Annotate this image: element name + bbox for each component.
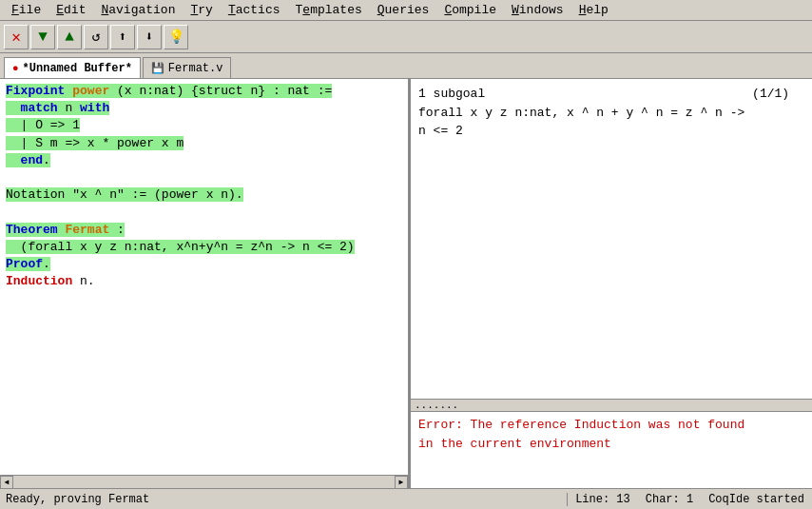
goals-text: forall x y z n:nat, x ^ n + y ^ n = z ^ … (418, 106, 744, 139)
menu-file[interactable]: File (4, 2, 48, 18)
char-value: 1 (686, 493, 693, 506)
statusbar-message: Ready, proving Fermat (0, 493, 568, 506)
tab-unnamed-label: *Unnamed Buffer* (23, 62, 132, 75)
menu-bar: File Edit Navigation Try Tactics Templat… (0, 0, 812, 21)
close-button[interactable]: ✕ (4, 25, 29, 49)
status-bar: Ready, proving Fermat Line: 13 Char: 1 C… (0, 488, 812, 509)
proof-pane: 1 subgoal (1/1) forall x y z n:nat, x ^ … (411, 79, 812, 488)
proof-messages: Error: The reference Induction was not f… (411, 412, 812, 488)
menu-try[interactable]: Try (183, 2, 220, 18)
go-top-button[interactable]: ⬆ (110, 25, 135, 49)
retract-button[interactable]: ↺ (84, 25, 108, 49)
line-value: 13 (616, 493, 629, 506)
editor-scrollbar[interactable]: ◀ ▶ (0, 475, 408, 488)
menu-queries[interactable]: Queries (370, 2, 437, 18)
menu-compile[interactable]: Compile (436, 2, 504, 18)
main-content: Fixpoint power (x n:nat) {struct n} : na… (0, 78, 812, 488)
proof-divider: ....... (411, 399, 812, 412)
tab-fermat-label: Fermat.v (168, 62, 223, 75)
divider-dots: ....... (415, 400, 458, 411)
char-label: Char: 1 (646, 493, 693, 506)
goals-counter: (1/1) (752, 87, 789, 101)
proof-goals: 1 subgoal (1/1) forall x y z n:nat, x ^ … (411, 79, 812, 399)
menu-templates[interactable]: Templates (288, 2, 370, 18)
scroll-right-button[interactable]: ▶ (395, 476, 408, 489)
menu-help[interactable]: Help (571, 2, 616, 18)
scroll-left-button[interactable]: ◀ (0, 476, 13, 489)
menu-windows[interactable]: Windows (504, 2, 571, 18)
menu-navigation[interactable]: Navigation (93, 2, 183, 18)
tab-fermat[interactable]: 💾 Fermat.v (143, 57, 232, 78)
coqide-status: CoqIde started (708, 493, 804, 506)
tab-fermat-icon: 💾 (151, 62, 164, 74)
step-backward-button[interactable]: ▲ (57, 25, 82, 49)
menu-edit[interactable]: Edit (48, 2, 93, 18)
editor-pane: Fixpoint power (x n:nat) {struct n} : na… (0, 79, 411, 488)
menu-tactics[interactable]: Tactics (221, 2, 288, 18)
tab-bar: ● *Unnamed Buffer* 💾 Fermat.v (0, 53, 812, 78)
info-button[interactable]: 💡 (164, 25, 188, 49)
scroll-track[interactable] (13, 476, 395, 488)
goals-header: 1 subgoal (418, 87, 485, 101)
line-label: Line: 13 (575, 493, 630, 506)
tab-unnamed-buffer[interactable]: ● *Unnamed Buffer* (4, 57, 141, 78)
statusbar-info: Line: 13 Char: 1 CoqIde started (568, 493, 812, 506)
step-forward-button[interactable]: ▼ (30, 25, 55, 49)
editor-content[interactable]: Fixpoint power (x n:nat) {struct n} : na… (0, 79, 408, 475)
toolbar: ✕ ▼ ▲ ↺ ⬆ ⬇ 💡 (0, 21, 812, 53)
go-bottom-button[interactable]: ⬇ (137, 25, 162, 49)
error-message: Error: The reference Induction was not f… (418, 418, 744, 451)
tab-unnamed-icon: ● (12, 63, 19, 74)
